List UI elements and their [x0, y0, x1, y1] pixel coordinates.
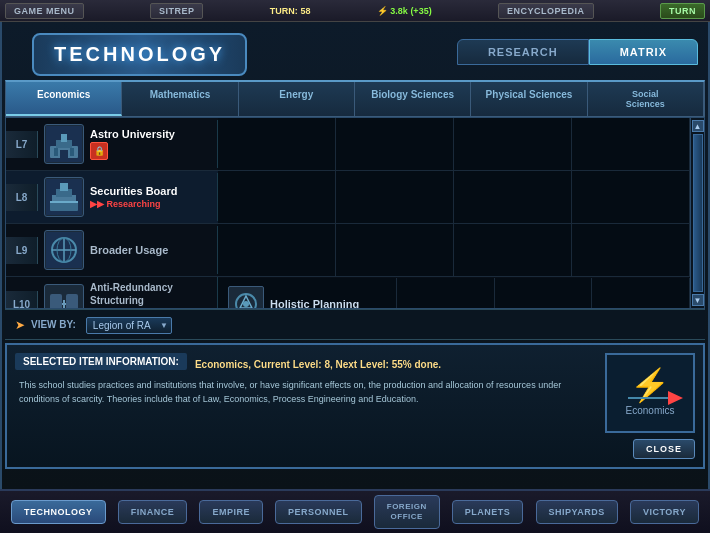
- info-selected-label: SELECTED ITEM INFORMATION:: [15, 353, 187, 370]
- tech-cell: [495, 278, 593, 308]
- svg-rect-5: [70, 148, 74, 156]
- tech-cell: [218, 118, 336, 170]
- info-right: ⚡ Economics CLOSE: [605, 353, 695, 459]
- grid-rows: L7 Astro Univer: [6, 118, 690, 308]
- tech-item-anti-redundancy[interactable]: Anti-RedundancyStructuring 🔒: [38, 277, 218, 308]
- astro-university-icon: [44, 124, 84, 164]
- tech-cell: [454, 224, 572, 276]
- nav-personnel[interactable]: PERSONNEL: [275, 500, 362, 524]
- lock-icon: 🔒: [90, 142, 108, 160]
- info-title-row: SELECTED ITEM INFORMATION: Economics, Cu…: [15, 353, 597, 375]
- svg-rect-20: [66, 294, 78, 308]
- svg-rect-4: [54, 148, 58, 156]
- scroll-down-btn[interactable]: ▼: [692, 294, 704, 306]
- nav-shipyards[interactable]: SHIPYARDS: [536, 500, 618, 524]
- tech-item-astro-university[interactable]: Astro University 🔒: [38, 120, 218, 168]
- tech-name-broader: Broader Usage: [90, 244, 168, 256]
- view-by-label: VIEW BY:: [31, 319, 76, 330]
- bottom-nav: TECHNOLOGY FINANCE EMPIRE PERSONNEL FORE…: [0, 489, 710, 533]
- top-bar: GAME MENU SITREP TURN: 58 ⚡ 3.8k (+35) E…: [0, 0, 710, 22]
- level-badge-l10: L10: [6, 291, 38, 309]
- rp-display: ⚡ 3.8k (+35): [377, 6, 432, 16]
- tech-name: Astro University 🔒: [90, 128, 175, 160]
- turn-value: 58: [300, 6, 310, 16]
- close-button[interactable]: CLOSE: [633, 439, 695, 459]
- select-wrapper: Legion of RA All Available Completed ▼: [86, 315, 172, 334]
- tech-cell-holistic[interactable]: Holistic Planning: [218, 278, 397, 308]
- tech-item-broader-usage[interactable]: Broader Usage: [38, 226, 218, 274]
- level-badge-l7: L7: [6, 131, 38, 158]
- rp-bonus: (+35): [410, 6, 431, 16]
- game-menu-btn[interactable]: GAME MENU: [5, 3, 84, 19]
- view-by-row: ➤ VIEW BY: Legion of RA All Available Co…: [5, 309, 705, 340]
- svg-rect-6: [60, 150, 68, 158]
- nav-victory[interactable]: VICTORY: [630, 500, 699, 524]
- nav-planets[interactable]: PLANETS: [452, 500, 524, 524]
- scrollbar-thumb[interactable]: [693, 134, 703, 292]
- table-row: L7 Astro Univer: [6, 118, 690, 171]
- svg-point-26: [243, 301, 249, 307]
- nav-empire[interactable]: EMPIRE: [199, 500, 263, 524]
- tab-research[interactable]: RESEARCH: [457, 39, 589, 65]
- info-text-area: SELECTED ITEM INFORMATION: Economics, Cu…: [15, 353, 597, 459]
- table-row: L9 Broader Usage: [6, 224, 690, 277]
- nav-finance[interactable]: FINANCE: [118, 500, 188, 524]
- nav-foreign-office[interactable]: FOREIGNOFFICE: [374, 495, 440, 530]
- tech-cell: [572, 224, 690, 276]
- svg-rect-3: [61, 134, 67, 142]
- cat-tab-physical[interactable]: Physical Sciences: [471, 82, 587, 116]
- rp-value: 3.8k: [390, 6, 408, 16]
- anti-redundancy-icon: [44, 284, 84, 308]
- nav-technology[interactable]: TECHNOLOGY: [11, 500, 106, 524]
- tech-cell: [572, 171, 690, 223]
- tech-cell: [336, 224, 454, 276]
- researching-label: Researching: [107, 199, 161, 209]
- cat-tab-energy[interactable]: Energy: [239, 82, 355, 116]
- turn-btn[interactable]: TURN: [660, 3, 705, 19]
- svg-rect-12: [50, 201, 78, 203]
- tech-cell: [572, 118, 690, 170]
- cat-tab-economics[interactable]: Economics: [6, 82, 122, 116]
- tech-cell: [454, 171, 572, 223]
- category-tabs: Economics Mathematics Energy Biology Sci…: [5, 80, 705, 117]
- tech-grid: L7 Astro Univer: [5, 117, 705, 309]
- cat-tab-biology[interactable]: Biology Sciences: [355, 82, 471, 116]
- rp-icon: ⚡: [377, 6, 388, 16]
- securities-board-icon: [44, 177, 84, 217]
- scrollbar[interactable]: ▲ ▼: [690, 118, 704, 308]
- encyclopedia-btn[interactable]: ENCYCLOPEDIA: [498, 3, 594, 19]
- table-row: L8 Securities Board: [6, 171, 690, 224]
- level-badge-l8: L8: [6, 184, 38, 211]
- info-image: ⚡ Economics: [605, 353, 695, 433]
- sitrep-btn[interactable]: SITREP: [150, 3, 204, 19]
- svg-rect-11: [60, 183, 68, 191]
- svg-text:Economics: Economics: [625, 405, 674, 416]
- main-content: TECHNOLOGY RESEARCH MATRIX Economics Mat…: [0, 22, 710, 489]
- tech-item-securities-board[interactable]: Securities Board ▶▶ Researching: [38, 173, 218, 221]
- tech-name-anti: Anti-RedundancyStructuring 🔒: [90, 281, 173, 308]
- tech-cell: [336, 118, 454, 170]
- holistic-planning-item[interactable]: Holistic Planning: [222, 282, 392, 308]
- turn-label: TURN:: [270, 6, 298, 16]
- title-bar: TECHNOLOGY: [32, 33, 247, 76]
- tech-cell: [336, 171, 454, 223]
- holistic-planning-icon: [228, 286, 264, 308]
- scroll-up-btn[interactable]: ▲: [692, 120, 704, 132]
- turn-display: TURN: 58: [270, 6, 311, 16]
- tech-cell: [218, 224, 336, 276]
- cat-tab-mathematics[interactable]: Mathematics: [122, 82, 238, 116]
- broader-usage-icon: [44, 230, 84, 270]
- table-row: L10 Anti-RedundancyStructuring: [6, 277, 690, 308]
- view-by-arrow: ➤: [15, 318, 25, 332]
- svg-rect-19: [50, 294, 62, 308]
- view-by-select[interactable]: Legion of RA All Available Completed: [86, 317, 172, 334]
- info-item-info: Economics, Current Level: 8, Next Level:…: [195, 359, 441, 370]
- research-matrix-tabs: RESEARCH MATRIX: [457, 39, 698, 65]
- tech-cell: [454, 118, 572, 170]
- tab-matrix[interactable]: MATRIX: [589, 39, 698, 65]
- level-badge-l9: L9: [6, 237, 38, 264]
- tech-cell: [592, 278, 690, 308]
- page-title: TECHNOLOGY: [54, 43, 225, 65]
- cat-tab-social[interactable]: SocialSciences: [588, 82, 704, 116]
- info-panel: SELECTED ITEM INFORMATION: Economics, Cu…: [5, 343, 705, 469]
